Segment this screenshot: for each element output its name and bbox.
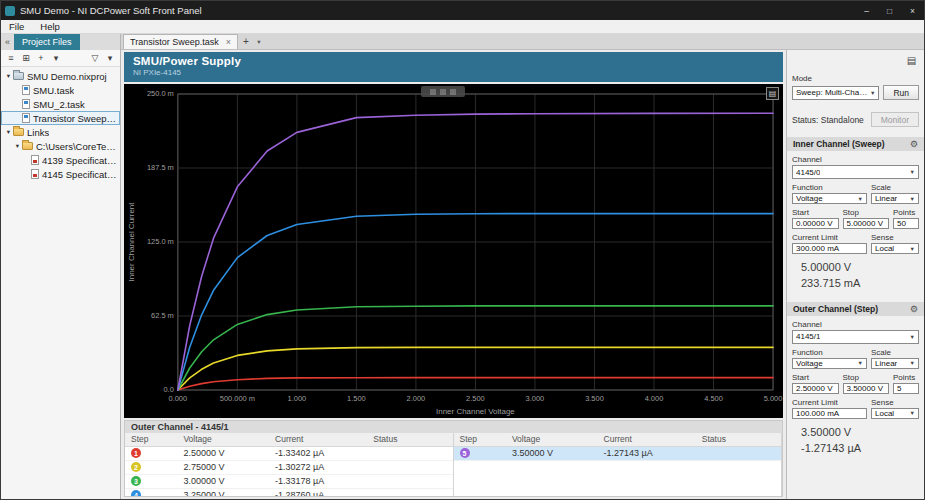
chevron-down-icon: ▼ bbox=[910, 246, 915, 252]
tree-item[interactable]: ▾C:\Users\CoreTest\Desktop\... bbox=[1, 139, 120, 153]
maximize-button[interactable]: □ bbox=[878, 1, 901, 20]
mode-select[interactable]: Sweep: Multi-Channel ▼ bbox=[792, 86, 879, 100]
document-tab-bar: Transistor Sweep.task × + ▾ bbox=[121, 34, 924, 50]
current-limit-input[interactable]: 300.000 mA bbox=[792, 243, 867, 254]
expander-icon[interactable]: ▾ bbox=[4, 72, 13, 80]
gear-icon[interactable]: ⚙ bbox=[910, 139, 918, 149]
collapse-panel-button[interactable]: « bbox=[1, 34, 14, 50]
expander-icon[interactable]: ▾ bbox=[4, 128, 13, 136]
filter-dropdown-icon[interactable]: ▾ bbox=[103, 51, 117, 65]
points-input[interactable]: 5 bbox=[893, 383, 919, 394]
svg-text:1.500: 1.500 bbox=[347, 394, 366, 403]
step-table-right: StepVoltageCurrentStatus53.50000 V-1.271… bbox=[454, 433, 783, 496]
column-header-status[interactable]: Status bbox=[367, 433, 452, 446]
window-title: SMU Demo - NI DCPower Soft Front Panel bbox=[20, 5, 202, 16]
svg-text:4.500: 4.500 bbox=[704, 394, 723, 403]
panel-options-icon[interactable]: ▤ bbox=[904, 53, 919, 68]
column-header-voltage[interactable]: Voltage bbox=[177, 433, 269, 446]
title-bar: SMU Demo - NI DCPower Soft Front Panel –… bbox=[1, 1, 924, 20]
close-button[interactable]: × bbox=[901, 1, 924, 20]
tab-transistor-sweep[interactable]: Transistor Sweep.task × bbox=[123, 34, 238, 49]
sense-select[interactable]: Local▼ bbox=[871, 243, 919, 254]
function-select[interactable]: Voltage▼ bbox=[792, 358, 867, 369]
tree-item-label: SMU.task bbox=[33, 85, 74, 96]
step-row[interactable]: 12.50000 V-1.33402 µA bbox=[125, 446, 453, 460]
graph-options-button[interactable]: ▤ bbox=[766, 87, 779, 100]
column-header-status[interactable]: Status bbox=[696, 433, 781, 446]
step-row[interactable]: 43.25000 V-1.28760 µA bbox=[125, 488, 453, 496]
column-header-current[interactable]: Current bbox=[269, 433, 367, 446]
sidebar-tab-strip: « Project Files bbox=[1, 34, 120, 50]
tree-item[interactable]: 4139 Specifications.pdf bbox=[1, 153, 120, 167]
inner-channel-section: Inner Channel (Sweep)⚙Channel4145/0▼ Fun… bbox=[792, 137, 919, 292]
function-select[interactable]: Voltage▼ bbox=[792, 193, 867, 204]
points-input[interactable]: 50 bbox=[893, 218, 919, 229]
sense-select[interactable]: Local▼ bbox=[871, 408, 919, 419]
menu-bar: File Help bbox=[1, 20, 924, 34]
column-header-step[interactable]: Step bbox=[125, 433, 177, 446]
add-dropdown-icon[interactable]: ▾ bbox=[49, 51, 63, 65]
channel-label: Channel bbox=[792, 320, 919, 329]
filter-icon[interactable]: ▽ bbox=[88, 51, 102, 65]
mode-label: Mode bbox=[792, 74, 919, 83]
chevron-down-icon: ▼ bbox=[870, 90, 875, 96]
tree-item-label: Transistor Sweep.task bbox=[33, 113, 118, 124]
column-header-current[interactable]: Current bbox=[598, 433, 696, 446]
window-controls: – □ × bbox=[855, 1, 924, 20]
monitor-button[interactable]: Monitor bbox=[871, 112, 919, 127]
step-row[interactable]: 33.00000 V-1.33178 µA bbox=[125, 474, 453, 488]
add-item-icon[interactable]: + bbox=[34, 51, 48, 65]
stop-input[interactable]: 5.00000 V bbox=[843, 218, 890, 229]
scale-select[interactable]: Linear▼ bbox=[871, 193, 919, 204]
start-input[interactable]: 2.50000 V bbox=[792, 383, 839, 394]
column-header-voltage[interactable]: Voltage bbox=[506, 433, 598, 446]
pdf-icon bbox=[31, 169, 39, 179]
graph-palette[interactable] bbox=[421, 86, 465, 97]
project-tree: ▾SMU Demo.nixprojSMU.taskSMU_2.taskTrans… bbox=[1, 67, 120, 499]
step-row[interactable]: 22.75000 V-1.30272 µA bbox=[125, 460, 453, 474]
folder-icon bbox=[13, 128, 24, 136]
svg-text:3.500: 3.500 bbox=[585, 394, 604, 403]
step-status bbox=[367, 446, 452, 460]
project-files-toolbar: ≡⊞+▾▽▾ bbox=[1, 50, 120, 67]
channel-select[interactable]: 4145/1▼ bbox=[792, 330, 919, 344]
list-view-icon[interactable]: ≡ bbox=[4, 51, 18, 65]
function-label: Function bbox=[792, 348, 867, 357]
tree-item[interactable]: Transistor Sweep.task bbox=[1, 111, 120, 125]
svg-text:62.5 m: 62.5 m bbox=[151, 311, 174, 320]
instrument-header: SMU/Power Supply NI PXIe-4145 bbox=[124, 52, 783, 82]
tree-item[interactable]: SMU_2.task bbox=[1, 97, 120, 111]
scale-select[interactable]: Linear▼ bbox=[871, 358, 919, 369]
tree-item[interactable]: SMU.task bbox=[1, 83, 120, 97]
step-row[interactable]: 53.50000 V-1.27143 µA bbox=[454, 446, 782, 460]
new-tab-button[interactable]: + bbox=[238, 34, 254, 49]
status-text: Status: Standalone bbox=[792, 115, 864, 125]
minimize-button[interactable]: – bbox=[855, 1, 878, 20]
tree-item[interactable]: ▾SMU Demo.nixproj bbox=[1, 69, 120, 83]
menu-help[interactable]: Help bbox=[32, 20, 68, 33]
close-tab-icon[interactable]: × bbox=[226, 37, 231, 47]
run-button[interactable]: Run bbox=[883, 85, 919, 100]
project-files-panel: « Project Files ≡⊞+▾▽▾ ▾SMU Demo.nixproj… bbox=[1, 34, 121, 499]
graph-plot-area[interactable]: 0.000500.000 m1.0001.5002.0002.5003.0003… bbox=[124, 84, 783, 418]
tab-list-dropdown-icon[interactable]: ▾ bbox=[254, 34, 264, 49]
tree-view-icon[interactable]: ⊞ bbox=[19, 51, 33, 65]
gear-icon[interactable]: ⚙ bbox=[910, 304, 918, 314]
column-header-step[interactable]: Step bbox=[454, 433, 506, 446]
svg-text:1.000: 1.000 bbox=[288, 394, 307, 403]
outer-channel-table-title: Outer Channel - 4145/1 bbox=[125, 421, 782, 433]
tree-item[interactable]: 4145 Specifications.pdf bbox=[1, 167, 120, 181]
start-input[interactable]: 0.00000 V bbox=[792, 218, 839, 229]
tab-label: Transistor Sweep.task bbox=[130, 37, 219, 47]
iv-graph[interactable]: 0.000500.000 m1.0001.5002.0002.5003.0003… bbox=[124, 84, 783, 418]
menu-file[interactable]: File bbox=[1, 20, 32, 33]
tab-project-files[interactable]: Project Files bbox=[14, 34, 80, 50]
app-window: SMU Demo - NI DCPower Soft Front Panel –… bbox=[0, 0, 925, 500]
tree-item[interactable]: ▾Links bbox=[1, 125, 120, 139]
current-limit-input[interactable]: 100.000 mA bbox=[792, 408, 867, 419]
configuration-panel: ▤ Mode Sweep: Multi-Channel ▼ Run Status… bbox=[786, 50, 924, 499]
channel-select[interactable]: 4145/0▼ bbox=[792, 165, 919, 179]
section-header: Outer Channel (Step)⚙ bbox=[787, 302, 924, 316]
expander-icon[interactable]: ▾ bbox=[13, 142, 22, 150]
stop-input[interactable]: 3.50000 V bbox=[843, 383, 890, 394]
